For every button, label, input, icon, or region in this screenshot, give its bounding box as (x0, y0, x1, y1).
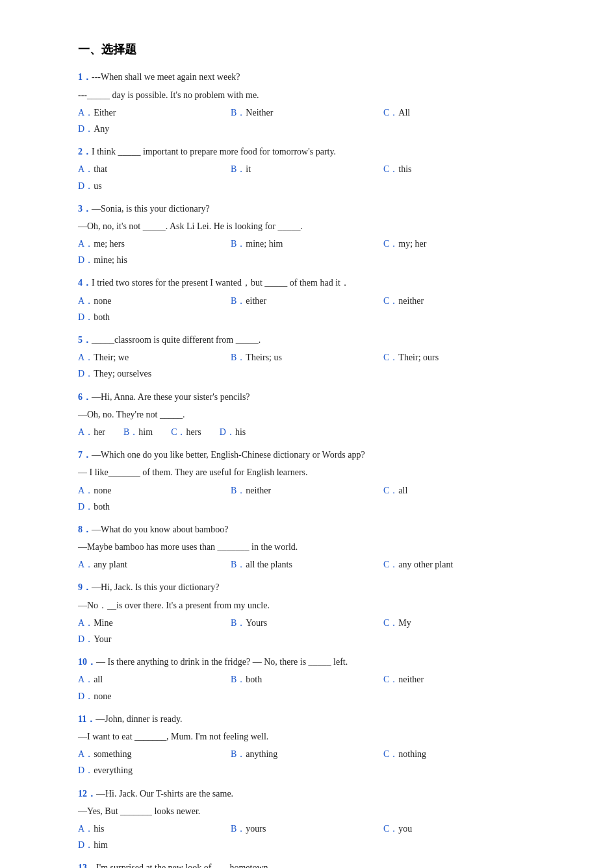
option-7-D[interactable]: D．both (78, 499, 536, 515)
option-label-12-B: B． (231, 824, 246, 834)
question-number-1: 1． (78, 72, 92, 82)
option-8-C[interactable]: C．any other plant (383, 556, 536, 573)
question-line-text-9-0: —Hi, Jack. Is this your dictionary? (92, 582, 219, 592)
option-2-B[interactable]: B．it (231, 161, 383, 177)
option-10-B[interactable]: B．both (231, 671, 383, 688)
option-text-5-A: Their; we (94, 353, 129, 362)
option-5-B[interactable]: B．Theirs; us (231, 349, 383, 366)
option-9-C[interactable]: C．My (383, 615, 536, 631)
option-6-B[interactable]: B．him (123, 424, 159, 440)
question-text-12-0: 12．—Hi. Jack. Our T-shirts are the same. (78, 786, 536, 802)
question-line-text-10-0: — Is there anything to drink in the frid… (96, 657, 348, 667)
option-11-A[interactable]: A．something (78, 746, 231, 762)
option-label-10-C: C． (383, 675, 398, 684)
option-label-9-B: B． (231, 618, 246, 628)
option-3-D[interactable]: D．mine; his (78, 252, 536, 268)
option-text-10-B: both (246, 675, 262, 684)
question-block-3: 3．—Sonia, is this your dictionary?—Oh, n… (78, 201, 536, 269)
option-2-D[interactable]: D．us (78, 178, 536, 194)
option-6-A[interactable]: A．her (78, 424, 112, 440)
option-2-A[interactable]: A．that (78, 161, 231, 177)
question-line-text-4-0: I tried two stores for the present I wan… (92, 278, 350, 288)
option-4-C[interactable]: C．neither (383, 293, 536, 309)
question-text-1-0: 1．---When shall we meet again next week? (78, 69, 536, 85)
question-line-text-7-0: —Which one do you like better, English-C… (92, 450, 365, 460)
option-5-D[interactable]: D．They; ourselves (78, 366, 536, 382)
option-6-D[interactable]: D．his (220, 424, 252, 440)
option-text-10-A: all (94, 675, 103, 684)
option-text-1-B: Neither (246, 108, 273, 118)
option-3-B[interactable]: B．mine; him (231, 236, 383, 252)
option-label-11-B: B． (231, 749, 246, 759)
option-label-11-D: D． (78, 765, 94, 775)
question-block-9: 9．—Hi, Jack. Is this your dictionary?—No… (78, 579, 536, 647)
option-7-B[interactable]: B．neither (231, 482, 383, 499)
option-12-C[interactable]: C．you (383, 821, 536, 837)
option-12-B[interactable]: B．yours (231, 821, 383, 837)
option-4-A[interactable]: A．none (78, 293, 231, 309)
option-text-11-C: nothing (398, 749, 426, 759)
option-1-D[interactable]: D．Any (78, 121, 536, 137)
option-4-D[interactable]: D．both (78, 309, 536, 325)
option-3-C[interactable]: C．my; her (383, 236, 536, 252)
option-label-11-A: A． (78, 749, 94, 759)
option-label-1-A: A． (78, 108, 94, 118)
option-1-C[interactable]: C．All (383, 105, 536, 121)
option-2-C[interactable]: C．this (383, 161, 536, 177)
question-text-11-0: 11．—John, dinner is ready. (78, 711, 536, 727)
option-11-D[interactable]: D．everything (78, 762, 536, 778)
option-text-6-D: his (235, 427, 246, 437)
question-text-11-1: —I want to eat _______, Mum. I'm not fee… (78, 728, 536, 745)
option-11-C[interactable]: C．nothing (383, 746, 536, 762)
option-label-5-B: B． (231, 353, 246, 362)
option-label-9-C: C． (383, 618, 398, 628)
option-3-A[interactable]: A．me; hers (78, 236, 231, 252)
option-label-2-B: B． (231, 164, 246, 174)
question-text-1-1: ---_____ day is possible. It's no proble… (78, 87, 536, 103)
option-9-A[interactable]: A．Mine (78, 615, 231, 631)
option-5-A[interactable]: A．Their; we (78, 349, 231, 366)
question-line-text-3-0: —Sonia, is this your dictionary? (92, 204, 210, 214)
option-label-3-D: D． (78, 255, 94, 265)
option-10-C[interactable]: C．neither (383, 671, 536, 688)
option-text-12-D: him (94, 840, 108, 850)
option-text-7-D: both (94, 502, 110, 512)
option-12-D[interactable]: D．him (78, 837, 536, 853)
option-4-B[interactable]: B．either (231, 293, 383, 309)
option-label-2-D: D． (78, 181, 94, 191)
option-label-2-A: A． (78, 164, 94, 174)
option-9-B[interactable]: B．Yours (231, 615, 383, 631)
option-label-3-A: A． (78, 239, 94, 249)
option-text-4-B: either (246, 296, 266, 306)
question-text-3-1: —Oh, no, it's not _____. Ask Li Lei. He … (78, 218, 536, 234)
option-9-D[interactable]: D．Your (78, 631, 536, 647)
option-6-C[interactable]: C．hers (171, 424, 208, 440)
section-title: 一、选择题 (78, 39, 536, 60)
option-text-5-D: They; ourselves (94, 369, 151, 378)
option-text-12-A: his (94, 824, 104, 834)
option-text-2-A: that (94, 164, 107, 174)
option-8-B[interactable]: B．all the plants (231, 556, 383, 573)
option-10-A[interactable]: A．all (78, 671, 231, 688)
option-1-A[interactable]: A．Either (78, 105, 231, 121)
option-text-7-C: all (398, 486, 407, 495)
option-label-5-C: C． (383, 353, 398, 362)
option-7-C[interactable]: C．all (383, 482, 536, 499)
option-label-8-A: A． (78, 560, 94, 569)
question-text-12-1: —Yes, But _______ looks newer. (78, 803, 536, 819)
option-12-A[interactable]: A．his (78, 821, 231, 837)
option-text-4-A: none (94, 296, 111, 306)
option-1-B[interactable]: B．Neither (231, 105, 383, 121)
option-11-B[interactable]: B．anything (231, 746, 383, 762)
question-number-2: 2． (78, 147, 92, 156)
option-10-D[interactable]: D．none (78, 688, 536, 704)
option-5-C[interactable]: C．Their; ours (383, 349, 536, 366)
option-label-10-B: B． (231, 675, 246, 684)
option-text-12-B: yours (246, 824, 266, 834)
option-7-A[interactable]: A．none (78, 482, 231, 499)
option-label-7-D: D． (78, 502, 94, 512)
option-text-1-A: Either (94, 108, 116, 118)
question-block-13: 13．I'm surprised at the new look of ___ … (78, 860, 536, 868)
option-label-10-D: D． (78, 691, 94, 701)
option-8-A[interactable]: A．any plant (78, 556, 231, 573)
